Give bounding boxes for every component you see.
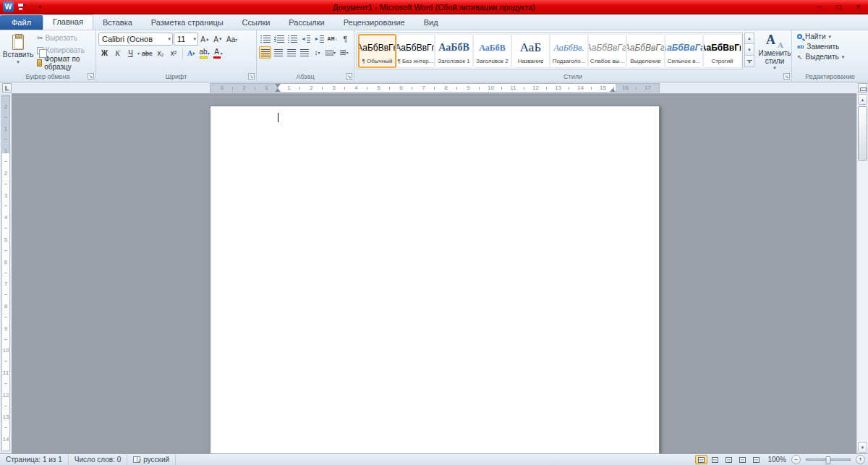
tab-page-layout[interactable]: Разметка страницы bbox=[142, 15, 233, 30]
borders-icon: ⊞ bbox=[339, 48, 346, 56]
word-count-indicator[interactable]: Число слов: 0 bbox=[69, 454, 127, 465]
view-web-layout-button[interactable] bbox=[723, 455, 735, 464]
strikethrough-button[interactable]: abc bbox=[140, 47, 154, 59]
clipboard-dialog-launcher[interactable]: ↘ bbox=[88, 73, 94, 80]
style-heading1[interactable]: АаБбВ Заголовок 1 bbox=[435, 34, 473, 68]
page-count-indicator[interactable]: Страница: 1 из 1 bbox=[0, 454, 69, 465]
decrease-indent-button[interactable]: ◄ bbox=[299, 33, 312, 45]
scrollbar-track[interactable] bbox=[857, 106, 868, 442]
style-heading2[interactable]: АаБбВ Заголовок 2 bbox=[473, 34, 511, 68]
font-dialog-launcher[interactable]: ↘ bbox=[248, 73, 255, 80]
change-styles-button[interactable]: А А Изменить стили ▾ bbox=[756, 33, 793, 71]
scissors-icon: ✂ bbox=[37, 34, 43, 42]
paste-button[interactable]: Вставить ▾ bbox=[2, 33, 34, 67]
style-subtitle[interactable]: АаБбВв. Подзаголо... bbox=[550, 34, 588, 68]
shading-button[interactable]: ▾ bbox=[324, 46, 337, 59]
styles-scroll-down-button[interactable]: ▼ bbox=[744, 44, 754, 56]
zoom-slider-thumb[interactable] bbox=[826, 456, 831, 464]
document-page[interactable] bbox=[210, 106, 660, 453]
scroll-up-button[interactable]: ▲ bbox=[858, 94, 867, 105]
numbering-button[interactable]: 1 2 3 bbox=[273, 33, 286, 45]
style-normal[interactable]: АаБбВвГг, ¶ Обычный bbox=[358, 34, 396, 68]
tab-stop-selector[interactable]: L bbox=[2, 83, 12, 93]
find-icon bbox=[797, 34, 802, 39]
font-group: Calibri (Основ ▾ 11 ▾ А▲ А▼ Аа▾ Ж К bbox=[96, 30, 257, 82]
align-right-button[interactable] bbox=[285, 46, 297, 59]
text-effects-button[interactable]: А▾ bbox=[185, 47, 197, 59]
format-painter-button[interactable]: Формат по образцу bbox=[35, 57, 93, 68]
bold-button[interactable]: Ж bbox=[98, 47, 111, 59]
scroll-down-button[interactable]: ▼ bbox=[858, 442, 867, 453]
align-left-button[interactable] bbox=[259, 46, 271, 59]
minimize-button[interactable]: ─ bbox=[809, 1, 829, 14]
view-outline-button[interactable] bbox=[736, 455, 749, 464]
styles-group-label: Стили bbox=[563, 73, 582, 80]
tab-file[interactable]: Файл bbox=[0, 15, 43, 30]
tab-mailings[interactable]: Рассылки bbox=[279, 15, 333, 30]
underline-button[interactable]: Ч bbox=[124, 47, 137, 59]
close-button[interactable]: × bbox=[848, 1, 868, 14]
underline-dropdown-icon[interactable]: ▾ bbox=[137, 51, 140, 56]
paragraph-group-label: Абзац bbox=[296, 73, 314, 80]
redo-button[interactable]: ↷ bbox=[29, 3, 35, 11]
shrink-font-button[interactable]: А▼ bbox=[212, 33, 224, 46]
replace-button[interactable]: ab Заменить bbox=[797, 43, 844, 51]
vertical-ruler[interactable]: 211234567891011121314 bbox=[1, 95, 10, 451]
bullets-button[interactable] bbox=[259, 33, 272, 45]
zoom-out-button[interactable]: − bbox=[791, 455, 801, 464]
italic-button[interactable]: К bbox=[111, 47, 124, 59]
cut-button[interactable]: ✂ Вырезать bbox=[35, 33, 93, 43]
font-name-combobox[interactable]: Calibri (Основ ▾ bbox=[98, 33, 173, 46]
view-fullscreen-reading-button[interactable] bbox=[709, 455, 721, 464]
tab-home[interactable]: Главная bbox=[43, 14, 93, 30]
tab-view[interactable]: Вид bbox=[414, 15, 448, 30]
show-marks-button[interactable]: ¶ bbox=[339, 33, 352, 45]
superscript-button[interactable]: x² bbox=[168, 47, 180, 59]
find-button[interactable]: Найти ▾ bbox=[797, 33, 844, 40]
borders-button[interactable]: ⊞▾ bbox=[338, 46, 350, 59]
grow-font-button[interactable]: А▲ bbox=[199, 33, 211, 46]
align-center-button[interactable] bbox=[272, 46, 284, 59]
change-case-button[interactable]: Аа▾ bbox=[225, 33, 239, 46]
highlight-button[interactable]: ab ▾ bbox=[198, 47, 211, 59]
style-title[interactable]: АаБ Название bbox=[511, 34, 550, 68]
font-color-button[interactable]: А ▾ bbox=[212, 47, 224, 59]
view-draft-button[interactable] bbox=[750, 455, 762, 464]
tab-review[interactable]: Рецензирование bbox=[334, 15, 414, 30]
horizontal-ruler[interactable]: 3211234567891011121314151617 bbox=[210, 83, 660, 93]
styles-more-button[interactable]: ▼ bbox=[744, 56, 754, 67]
style-subtle-emphasis[interactable]: АаБбВвГг. Слабое вы... bbox=[588, 34, 626, 68]
paragraph-group: 1 2 3 ◄ ► АЯ↓ ¶ ↕▾ ▾ ⊞▾ bbox=[257, 30, 354, 82]
justify-button[interactable] bbox=[298, 46, 310, 59]
ruler-toggle-button[interactable] bbox=[858, 83, 867, 93]
view-print-layout-button[interactable] bbox=[695, 455, 707, 464]
maximize-button[interactable]: □ bbox=[829, 1, 848, 14]
subscript-button[interactable]: x₂ bbox=[155, 47, 167, 59]
qat-dropdown-button[interactable]: ▾ bbox=[38, 4, 41, 10]
tab-references[interactable]: Ссылки bbox=[233, 15, 280, 30]
line-spacing-button[interactable]: ↕▾ bbox=[311, 46, 323, 59]
font-size-combobox[interactable]: 11 ▾ bbox=[174, 33, 198, 46]
zoom-slider[interactable] bbox=[806, 458, 851, 461]
left-indent-marker[interactable] bbox=[275, 88, 281, 92]
zoom-level-button[interactable]: 100% bbox=[764, 456, 790, 464]
scrollbar-thumb[interactable] bbox=[858, 106, 867, 161]
style-strong[interactable]: АаБбВвГг, Строгий bbox=[703, 34, 741, 68]
increase-indent-button[interactable]: ► bbox=[312, 33, 326, 45]
word-logo-icon[interactable]: W bbox=[3, 1, 14, 12]
tab-insert[interactable]: Вставка bbox=[93, 15, 142, 30]
styles-dialog-launcher[interactable]: ↘ bbox=[783, 73, 790, 80]
right-indent-marker[interactable] bbox=[610, 88, 616, 92]
sort-button[interactable]: АЯ↓ bbox=[326, 33, 339, 45]
zoom-in-button[interactable]: + bbox=[856, 455, 865, 464]
select-button[interactable]: ↖ Выделить ▾ bbox=[797, 53, 844, 61]
paragraph-dialog-launcher[interactable]: ↘ bbox=[346, 73, 352, 80]
style-no-spacing[interactable]: АаБбВвГг, ¶ Без интер... bbox=[396, 34, 435, 68]
multilevel-list-button[interactable] bbox=[286, 33, 299, 45]
language-indicator[interactable]: ✓ русский bbox=[127, 454, 176, 465]
style-emphasis[interactable]: АаБбВвГг. Выделение bbox=[626, 34, 665, 68]
style-intense-emphasis[interactable]: АаБбВвГг. Сильное в... bbox=[665, 34, 703, 68]
vertical-scrollbar[interactable]: ▲ ▼ bbox=[856, 93, 868, 453]
styles-scroll-up-button[interactable]: ▲ bbox=[744, 33, 754, 44]
first-line-indent-marker[interactable] bbox=[275, 84, 281, 88]
